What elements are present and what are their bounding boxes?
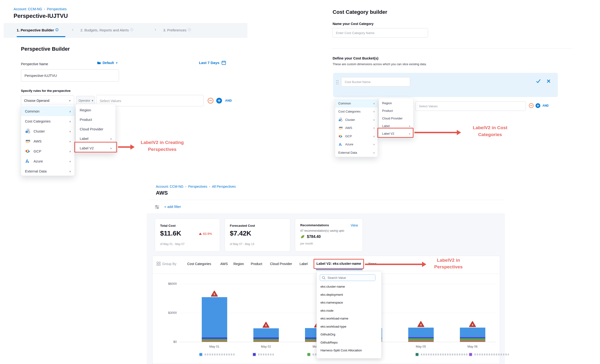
chevron-right-icon: › [69, 159, 71, 163]
chevron-right-icon: › [374, 102, 375, 105]
folder-selector[interactable]: Default ▼ [97, 61, 118, 65]
section-heading: Perspective Builder [21, 46, 70, 52]
anomaly-badge[interactable]: 5 [211, 290, 218, 298]
chevron-right-icon: › [185, 185, 186, 188]
dropdown-item-eks-node[interactable]: eks:node [320, 309, 334, 312]
anomaly-badge[interactable]: 4 [417, 321, 424, 328]
bar-segment [408, 338, 434, 339]
menu-item-label: External Data [25, 169, 47, 173]
menu-item-gcp[interactable]: GCP› [21, 146, 75, 156]
menu-item-label: Cluster [345, 118, 355, 121]
drag-handle-icon[interactable] [336, 80, 339, 85]
menu-item-aws[interactable]: aws AWS› [21, 136, 75, 146]
close-icon[interactable] [546, 79, 551, 84]
search-icon [322, 276, 326, 280]
cluster-icon [25, 129, 31, 134]
chevron-right-icon: › [69, 169, 71, 173]
menu-item-label: Cost Categories [25, 119, 51, 123]
menu-item-cluster[interactable]: Cluster› [21, 126, 75, 136]
perspective-name-input[interactable] [21, 74, 119, 78]
values-input[interactable] [96, 99, 203, 103]
menu-item-cluster[interactable]: Cluster› [335, 116, 378, 124]
tab-preferences[interactable]: 3. Preferencesⓘ [163, 28, 191, 32]
bar-may-02[interactable] [253, 0, 279, 342]
anomaly-badge[interactable]: 4 [469, 321, 476, 328]
breadcrumb-perspectives-link[interactable]: Perspectives [47, 7, 67, 11]
menu-item-gcp[interactable]: GCP› [335, 132, 378, 140]
dropdown-item-eks-cluster-name[interactable]: eks:cluster-name [320, 285, 345, 288]
menu-item-common[interactable]: Common› [21, 106, 75, 116]
bar-segment [202, 341, 227, 342]
annotation-line: Categories [461, 131, 519, 138]
dropdown-item-eks-workload-name[interactable]: eks:workload-name [320, 317, 348, 320]
chevron-down-icon: ▼ [68, 99, 71, 102]
chevron-right-icon: › [69, 129, 71, 133]
submenu-item-product[interactable]: Product [76, 115, 115, 124]
confirm-check-icon[interactable] [536, 78, 541, 84]
highlight-box-label-v2-cost-category [377, 128, 413, 138]
legend-swatch[interactable] [199, 353, 203, 356]
dropdown-item-eks-deployment[interactable]: eks:deployment [320, 293, 343, 296]
annotation-arrow [414, 129, 461, 136]
filter-icon[interactable] [155, 205, 159, 209]
canvas: Account: CCM-NG › Perspectives Perspecti… [0, 0, 600, 364]
legend-swatch[interactable] [253, 353, 256, 356]
annotation-perspectives: LabelV2 in Perspectives [427, 257, 470, 270]
annotation-line: Perspectives [131, 146, 193, 153]
chevron-right-icon: › [374, 126, 375, 130]
anomaly-badge[interactable]: 5 [262, 322, 270, 329]
cc-remove-rule-button[interactable] [529, 103, 534, 108]
submenu-item-label: Product [80, 118, 92, 121]
submenu-item-region[interactable]: Region [76, 105, 115, 115]
dropdown-item-githuborg[interactable]: GithubOrg [320, 333, 335, 336]
legend-swatch[interactable] [469, 353, 472, 356]
operator-value: Operator [78, 99, 90, 102]
menu-item-cost-categories[interactable]: Cost Categories› [335, 108, 378, 116]
annotation-creating-perspectives: LabelV2 in Creating Perspectives [131, 139, 193, 153]
legend-swatch[interactable] [307, 353, 311, 356]
azure-icon [25, 159, 31, 164]
menu-item-external-data[interactable]: External Data› [335, 149, 378, 157]
operand-select[interactable]: Choose Operand▼ [21, 95, 74, 106]
bar-segment [202, 340, 227, 341]
submenu-item-cloud-provider[interactable]: Cloud Provider [379, 114, 413, 122]
dropdown-item-harness-split-cost-allocation[interactable]: Harness-Split Cost Allocation [320, 348, 362, 352]
search-input[interactable] [327, 276, 371, 280]
dropdown-item-eks-namespace[interactable]: eks:namespace [320, 301, 343, 304]
menu-item-cost-categories[interactable]: Cost Categories› [21, 116, 75, 126]
submenu-item-product[interactable]: Product [379, 107, 413, 114]
dropdown-item-githubrepo[interactable]: GithubRepo [320, 341, 338, 344]
legend-swatch[interactable] [415, 353, 419, 356]
search-field[interactable] [320, 274, 375, 281]
bar-segment [408, 340, 434, 341]
cc-and-button[interactable]: AND [543, 104, 549, 107]
group-by-label: Group By [162, 262, 176, 266]
menu-item-external-data[interactable]: External Data› [21, 166, 75, 176]
breadcrumb-account-link[interactable]: Account: CCM-NG [156, 185, 183, 188]
submenu-item-label: Product [382, 109, 393, 112]
bar-segment [253, 328, 279, 337]
group-by-icon [157, 262, 160, 266]
bar-segment [253, 341, 279, 342]
tab-perspective-builder[interactable]: 1. Perspective Builderⓘ [17, 28, 58, 32]
bar-may-06[interactable] [460, 0, 485, 342]
rules-label: Specify rules for the perspective [21, 89, 71, 93]
chevron-right-icon: › [44, 7, 45, 11]
menu-item-azure[interactable]: Azure› [21, 156, 75, 166]
group-by-region[interactable]: Region [233, 262, 244, 266]
add-filter-button[interactable]: + add filter [164, 205, 181, 209]
submenu-item-cloud-provider[interactable]: Cloud Provider [76, 124, 115, 134]
tab-budgets-reports-alerts[interactable]: 2. Budgets, Reports and Alertsⓘ [80, 28, 133, 32]
bar-may-05[interactable] [408, 0, 434, 342]
gcp-icon [25, 149, 31, 154]
dropdown-item-eks-workload-type[interactable]: eks:workload-type [320, 325, 347, 328]
cc-add-rule-button[interactable] [535, 103, 541, 108]
bar-segment [460, 328, 485, 337]
menu-item-common[interactable]: Common› [335, 99, 378, 108]
menu-item-aws[interactable]: aws AWS› [335, 124, 378, 132]
perspective-name-field[interactable] [21, 69, 119, 82]
breadcrumb-account-link[interactable]: Account: CCM-NG [14, 7, 42, 11]
menu-item-azure[interactable]: Azure› [335, 140, 378, 149]
submenu-item-region[interactable]: Region [379, 99, 413, 107]
bar-segment [460, 338, 485, 339]
